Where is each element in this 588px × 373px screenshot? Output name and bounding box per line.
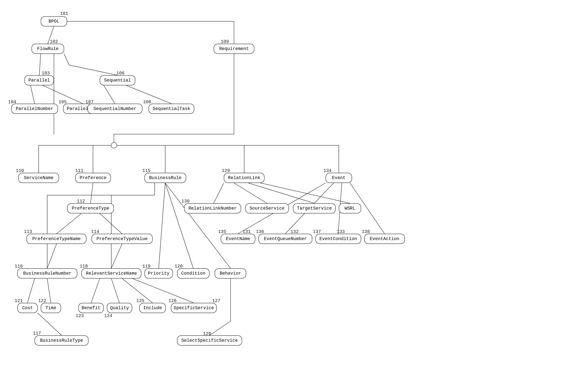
label-107: 107 <box>85 100 94 105</box>
node-label-wsrl: WSRL <box>345 206 356 211</box>
node-label-include: Include <box>143 305 162 311</box>
node-label-relationlink: RelationLink <box>228 175 260 181</box>
node-eventname: EventName <box>221 234 255 244</box>
node-relevantservicename: RelevantServiceName <box>81 268 141 279</box>
svg-line-26 <box>47 244 57 268</box>
label-128: 128 <box>203 331 211 336</box>
node-label-parallelnumber: ParallelNumber <box>16 106 53 111</box>
node-label-businessrule: BusinessRule <box>149 175 181 181</box>
label-129: 129 <box>222 168 230 173</box>
node-businessruletype: BusinessRuleType <box>35 335 88 346</box>
svg-line-8 <box>104 85 115 104</box>
node-label-bpol: BPOL <box>49 19 59 24</box>
node-label-benefit: Benefit <box>82 305 100 311</box>
node-event: Event <box>326 173 352 183</box>
label-127: 127 <box>212 298 220 303</box>
label-135: 135 <box>218 229 226 234</box>
node-label-businessruletype: BusinessRuleType <box>40 338 83 343</box>
node-label-targetservice: TargetService <box>297 206 332 211</box>
node-businessrulenumber: BusinessRuleNumber <box>17 268 77 279</box>
svg-line-24 <box>57 213 81 234</box>
label-103: 103 <box>42 71 50 76</box>
node-label-event: Event <box>332 175 346 181</box>
node-label-preferencetypename: PreferenceTypeName <box>32 236 81 242</box>
label-117: 117 <box>33 331 41 336</box>
label-125: 125 <box>136 298 145 303</box>
node-parallel: Parallel <box>24 75 54 85</box>
node-time: Time <box>41 303 61 313</box>
node-label-sequentialtask: SequentialTask <box>153 106 190 111</box>
label-114: 114 <box>91 229 99 234</box>
node-label-condition: Condition <box>181 271 206 276</box>
node-selectspecificservice: SelectSpecificService <box>177 335 242 346</box>
label-105: 105 <box>59 100 67 105</box>
label-106: 106 <box>116 71 125 76</box>
node-label-servicename: ServiceName <box>24 175 53 181</box>
node-cost: Cost <box>17 303 38 313</box>
node-label-eventcondition: EventCondition <box>319 236 357 242</box>
node-sequentialtask: SequentialTask <box>148 104 194 114</box>
svg-line-40 <box>111 279 119 303</box>
label-102: 102 <box>50 39 58 44</box>
node-condition: Condition <box>177 268 210 279</box>
node-servicename: ServiceName <box>18 173 59 183</box>
node-include: Include <box>139 303 166 313</box>
label-115: 115 <box>142 168 151 173</box>
svg-line-38 <box>47 279 51 303</box>
node-label-relationlinknumber: RelationLinkNumber <box>189 206 237 211</box>
node-label-eventqueuenumber: EventQueueNumber <box>264 236 307 242</box>
label-137: 137 <box>313 229 321 234</box>
node-label-flowrule: FlowRule <box>37 46 59 51</box>
svg-line-4 <box>64 54 69 65</box>
label-126: 126 <box>168 298 177 303</box>
node-label-specificservice: SpecificService <box>174 305 214 311</box>
node-wsrl: WSRL <box>339 203 361 213</box>
node-relationlinknumber: RelationLinkNumber <box>184 203 241 213</box>
node-label-sourceservice: SourceService <box>250 206 285 211</box>
svg-line-37 <box>27 279 35 303</box>
node-label-parallel: Parallel <box>29 78 50 83</box>
label-113: 113 <box>24 229 32 234</box>
node-behavior: Behavior <box>215 268 246 279</box>
node-requirement: Requirement <box>214 44 254 54</box>
diagram-container: BPOL FlowRule Parallel Sequential Parall… <box>0 0 588 373</box>
svg-line-3 <box>39 54 41 75</box>
svg-line-5 <box>69 65 117 75</box>
node-label-time: Time <box>46 305 56 311</box>
label-124: 124 <box>104 313 112 319</box>
label-134: 134 <box>324 168 332 173</box>
svg-line-47 <box>234 183 267 203</box>
node-label-sequential: Sequential <box>104 78 131 83</box>
node-label-preference: Preference <box>80 175 106 181</box>
node-benefit: Benefit <box>78 303 104 313</box>
label-101: 101 <box>60 11 68 16</box>
node-label-selectspecificservice: SelectSpecificService <box>181 338 238 343</box>
label-132: 132 <box>291 229 299 234</box>
svg-line-44 <box>210 321 231 335</box>
node-label-sequentialnumber: SequentialNumber <box>93 106 136 111</box>
diagram-lines <box>0 0 588 373</box>
svg-line-35 <box>165 183 193 268</box>
node-preferencetypevalue: PreferenceTypeValue <box>92 234 153 244</box>
label-108: 108 <box>143 100 151 105</box>
node-label-quality: Quality <box>110 305 129 311</box>
label-116: 116 <box>15 264 23 269</box>
node-flowrule: FlowRule <box>32 44 64 54</box>
node-parallelnumber: ParallelNumber <box>11 104 58 114</box>
node-preferencetype: PreferenceType <box>67 203 114 213</box>
label-104: 104 <box>8 100 16 105</box>
connector-circle <box>111 142 117 148</box>
node-sourceservice: SourceService <box>245 203 289 213</box>
label-119: 119 <box>142 264 151 269</box>
svg-line-46 <box>214 183 224 203</box>
svg-line-6 <box>31 85 35 104</box>
node-label-businessrulenumber: BusinessRuleNumber <box>23 271 72 276</box>
node-targetservice: TargetService <box>293 203 336 213</box>
label-121: 121 <box>15 298 23 303</box>
node-specificservice: SpecificService <box>171 303 217 313</box>
node-label-cost: Cost <box>22 305 33 311</box>
node-relationlink: RelationLink <box>224 173 264 183</box>
node-sequential: Sequential <box>100 75 135 85</box>
label-111: 111 <box>75 168 84 173</box>
label-123: 123 <box>76 313 84 319</box>
